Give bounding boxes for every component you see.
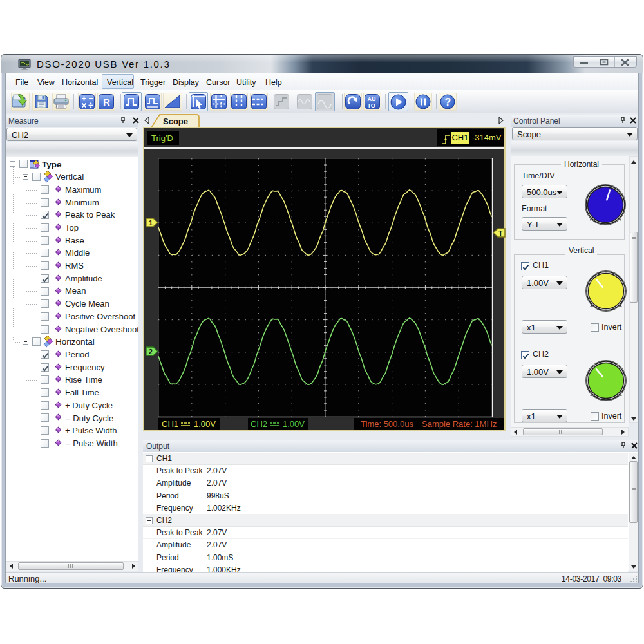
svg-text:TO: TO bbox=[368, 102, 375, 109]
svg-text:?: ? bbox=[445, 97, 451, 108]
svg-text:R: R bbox=[103, 97, 110, 108]
svg-text:AU: AU bbox=[368, 96, 376, 102]
